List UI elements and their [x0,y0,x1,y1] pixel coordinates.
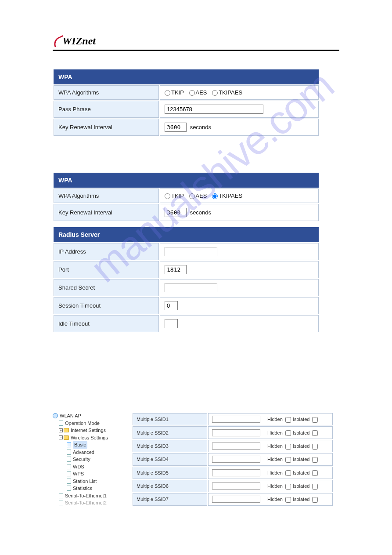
tree-station-label: Station List [73,478,97,485]
wpa2-tkip-radio[interactable] [165,193,170,199]
wpa2-aes-label: AES [196,192,207,199]
radius-ip-label: IP Address [54,243,159,260]
radius-panel: Radius Server IP Address Port Shared Sec… [53,226,320,333]
wpa-panel-1: WPA WPA Algorithms TKIP AES TKIPAES Pass… [53,69,320,137]
wpa1-header: WPA [54,69,319,84]
expand-icon[interactable]: + [59,428,63,432]
tree-op-mode[interactable]: Operation Mode [53,420,123,427]
tree-stats-label: Statistics [73,485,92,492]
radius-secret-input[interactable] [165,283,217,292]
wpa2-tkipaes-option[interactable]: TKIPAES [212,192,242,199]
wpa1-tkipaes-option[interactable]: TKIPAES [212,89,242,96]
doc-icon [67,450,71,455]
tree-wireless[interactable]: −Wireless Settings [53,434,123,442]
tree-wps[interactable]: WPS [53,470,123,478]
folder-icon [64,435,69,440]
tree-wps-label: WPS [73,470,84,478]
wpa1-pass-label: Pass Phrase [54,101,159,118]
bottom-layout: WLAN AP Operation Mode +Internet Setting… [53,412,339,507]
tree-wds-label: WDS [73,463,84,471]
radius-idle-label: Idle Timeout [54,315,159,332]
tree-s2e2[interactable]: Serial-To-Ethernet2 [53,499,123,507]
wpa2-tkipaes-radio[interactable] [212,193,218,199]
isolated-label: Isolated [293,430,310,435]
tree-s2e1-label: Serial-To-Ethernet1 [65,492,107,500]
wpa1-aes-option[interactable]: AES [189,89,207,96]
isolated-checkbox[interactable] [312,430,318,436]
hidden-label: Hidden [267,497,283,502]
tree-op-mode-label: Operation Mode [65,420,100,427]
hidden-checkbox[interactable] [285,484,291,490]
ssid-label: Multiple SSID4 [133,453,207,465]
hidden-checkbox[interactable] [285,457,291,463]
hidden-label: Hidden [267,483,283,489]
ssid-input[interactable] [212,482,260,490]
isolated-checkbox[interactable] [312,470,318,476]
isolated-checkbox[interactable] [312,417,318,423]
wpa1-tkip-label: TKIP [171,89,184,96]
wpa2-tkip-option[interactable]: TKIP [165,192,184,199]
wpa1-tkipaes-radio[interactable] [212,90,218,96]
pass-phrase-input[interactable] [165,105,263,114]
isolated-checkbox[interactable] [312,457,318,463]
wpa1-renew-cell: seconds [160,119,319,136]
isolated-label: Isolated [293,470,310,475]
radius-port-label: Port [54,261,159,278]
tree-root-label: WLAN AP [60,412,81,420]
wpa2-tkipaes-label: TKIPAES [219,192,242,199]
isolated-checkbox[interactable] [312,484,318,490]
wpa2-aes-radio[interactable] [189,193,195,199]
tree-security[interactable]: Security [53,456,123,463]
ssid-input[interactable] [212,496,260,503]
hidden-checkbox[interactable] [285,417,291,423]
hidden-label: Hidden [267,417,283,422]
wpa2-renew-label: Key Renewal Interval [54,204,159,221]
collapse-icon[interactable]: − [59,435,63,439]
doc-icon [59,500,63,505]
doc-icon [67,471,71,476]
hidden-label: Hidden [267,443,283,449]
tree-station[interactable]: Station List [53,478,123,485]
hidden-checkbox[interactable] [285,497,291,503]
hidden-checkbox[interactable] [285,430,291,436]
tree-stats[interactable]: Statistics [53,485,123,492]
wpa1-pass-cell [160,101,319,118]
seconds-label: seconds [190,124,211,131]
radius-idle-input[interactable] [165,319,178,328]
radius-sess-input[interactable] [165,301,178,310]
ssid-value-cell: HiddenIsolated [208,453,333,465]
isolated-label: Isolated [293,457,310,462]
isolated-label: Isolated [293,483,310,489]
wpa1-aes-radio[interactable] [189,90,195,96]
key-renewal-input[interactable] [165,123,187,132]
isolated-label: Isolated [293,443,310,449]
tree-internet[interactable]: +Internet Settings [53,427,123,434]
isolated-checkbox[interactable] [312,497,318,503]
radius-port-input[interactable] [165,265,187,274]
tree-root[interactable]: WLAN AP [53,412,123,420]
tree-advanced[interactable]: Advanced [53,449,123,456]
hidden-checkbox[interactable] [285,470,291,476]
isolated-checkbox[interactable] [312,444,318,450]
nav-tree: WLAN AP Operation Mode +Internet Setting… [53,412,123,507]
tree-basic[interactable]: Basic [53,441,123,449]
key-renewal-input-2[interactable] [165,208,187,217]
ssid-input[interactable] [212,456,260,463]
ssid-row: Multiple SSID2HiddenIsolated [133,426,333,439]
radius-ip-input[interactable] [165,247,217,256]
wpa1-tkip-option[interactable]: TKIP [165,89,184,96]
ssid-input[interactable] [212,443,260,450]
tree-wds[interactable]: WDS [53,463,123,471]
hidden-checkbox[interactable] [285,444,291,450]
wpa2-aes-option[interactable]: AES [189,192,207,199]
ssid-input[interactable] [212,416,260,423]
wpa1-tkip-radio[interactable] [165,90,170,96]
header-divider [53,50,339,51]
doc-icon [59,493,63,498]
ssid-input[interactable] [212,429,260,436]
doc-icon [67,442,71,447]
tree-s2e1[interactable]: Serial-To-Ethernet1 [53,492,123,500]
logo-text: WIZnet [62,35,96,47]
ssid-value-cell: HiddenIsolated [208,493,333,505]
ssid-input[interactable] [212,469,260,476]
